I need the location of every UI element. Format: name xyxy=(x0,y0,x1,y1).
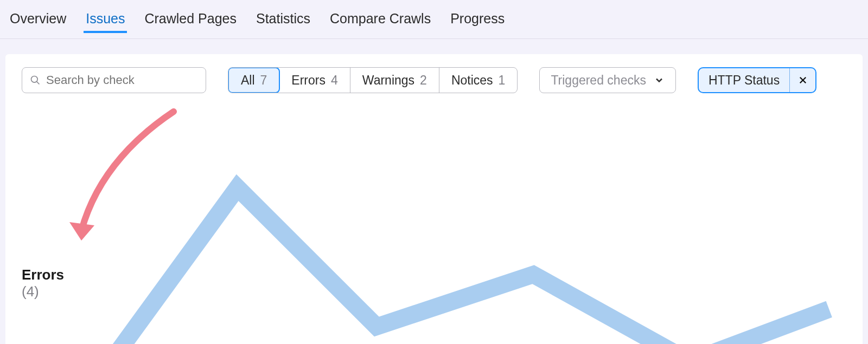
remove-filter-button[interactable] xyxy=(789,68,815,92)
tab-issues[interactable]: Issues xyxy=(84,10,127,33)
search-input[interactable] xyxy=(46,73,198,87)
filter-notices[interactable]: Notices 1 xyxy=(439,68,518,93)
close-icon xyxy=(798,75,808,85)
report-tabs: Overview Issues Crawled Pages Statistics… xyxy=(0,0,868,39)
filter-errors[interactable]: Errors 4 xyxy=(279,68,350,93)
errors-section-count: (4) xyxy=(22,283,39,300)
tab-compare-crawls[interactable]: Compare Crawls xyxy=(328,10,433,33)
active-filter-chip: HTTP Status xyxy=(698,67,816,93)
tab-statistics[interactable]: Statistics xyxy=(254,10,312,33)
filter-errors-count: 4 xyxy=(331,73,338,88)
filter-warnings-label: Warnings xyxy=(362,73,414,88)
svg-point-0 xyxy=(31,76,38,83)
filter-notices-count: 1 xyxy=(499,73,506,88)
active-filter-label[interactable]: HTTP Status xyxy=(699,68,789,92)
tab-progress[interactable]: Progress xyxy=(448,10,507,33)
issues-toolbar: All 7 Errors 4 Warnings 2 Notices 1 Trig… xyxy=(5,54,863,102)
issues-panel: All 7 Errors 4 Warnings 2 Notices 1 Trig… xyxy=(5,54,863,344)
svg-line-1 xyxy=(37,82,40,85)
chevron-down-icon xyxy=(654,75,665,86)
tab-overview[interactable]: Overview xyxy=(8,10,68,33)
search-icon xyxy=(30,75,41,86)
filter-all-count: 7 xyxy=(260,73,267,88)
filter-all[interactable]: All 7 xyxy=(228,67,280,93)
triggered-checks-dropdown[interactable]: Triggered checks xyxy=(539,67,676,93)
filter-warnings-count: 2 xyxy=(420,73,427,88)
search-input-wrapper[interactable] xyxy=(22,67,206,93)
triggered-checks-label: Triggered checks xyxy=(551,73,646,88)
severity-filter: All 7 Errors 4 Warnings 2 Notices 1 xyxy=(228,67,518,93)
tab-crawled-pages[interactable]: Crawled Pages xyxy=(142,10,239,33)
section-sparkline xyxy=(81,118,846,344)
errors-section-header: Errors (4) xyxy=(5,102,863,344)
filter-warnings[interactable]: Warnings 2 xyxy=(350,68,439,93)
filter-notices-label: Notices xyxy=(451,73,493,88)
filter-errors-label: Errors xyxy=(291,73,326,88)
filter-all-label: All xyxy=(241,73,255,88)
errors-section-label: Errors xyxy=(22,267,64,283)
